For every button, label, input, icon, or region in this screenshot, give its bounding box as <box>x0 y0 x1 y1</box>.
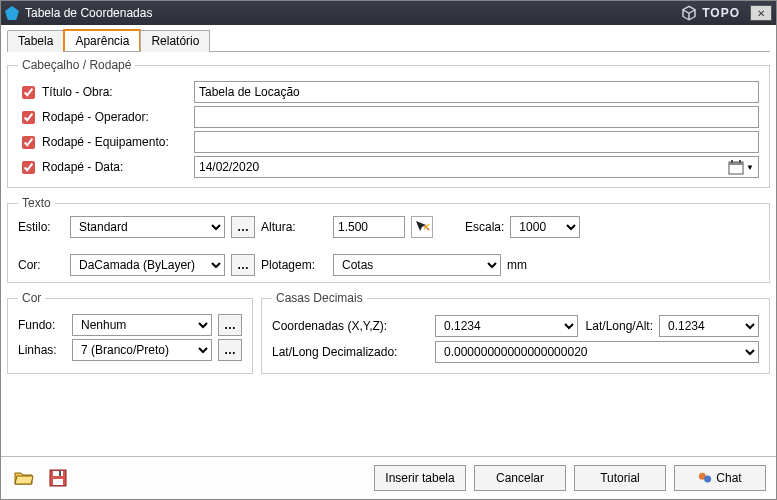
lbl-plot: Plotagem: <box>261 258 327 272</box>
chat-icon <box>698 471 712 485</box>
svg-rect-5 <box>53 471 63 476</box>
text-color-more-button[interactable]: … <box>231 254 255 276</box>
lbl-plot-unit: mm <box>507 258 527 272</box>
legend-texto: Texto <box>18 196 55 210</box>
cancel-button[interactable]: Cancelar <box>474 465 566 491</box>
select-scale[interactable]: 1000 <box>510 216 580 238</box>
select-bg-color[interactable]: Nenhum <box>72 314 212 336</box>
select-lines-color[interactable]: 7 (Branco/Preto) <box>72 339 212 361</box>
input-date[interactable] <box>199 158 728 176</box>
lbl-decimalized: Lat/Long Decimalizado: <box>272 345 427 359</box>
select-coord-dec[interactable]: 0.1234 <box>435 315 578 337</box>
tab-bar: Tabela Aparência Relatório <box>7 29 770 52</box>
style-more-button[interactable]: … <box>231 216 255 238</box>
lbl-height: Altura: <box>261 220 327 234</box>
input-equipment[interactable] <box>194 131 759 153</box>
app-icon <box>5 6 19 20</box>
lbl-date: Rodapé - Data: <box>42 160 123 174</box>
cursor-pick-icon <box>414 219 430 235</box>
legend-header-footer: Cabeçalho / Rodapé <box>18 58 135 72</box>
legend-decimals: Casas Decimais <box>272 291 367 305</box>
group-header-footer: Cabeçalho / Rodapé Título - Obra: Rodapé… <box>7 58 770 188</box>
svg-rect-6 <box>53 479 63 485</box>
group-decimals: Casas Decimais Coordenadas (X,Y,Z): 0.12… <box>261 291 770 374</box>
dropdown-icon[interactable]: ▼ <box>744 163 756 172</box>
lbl-text-color: Cor: <box>18 258 64 272</box>
close-button[interactable]: ✕ <box>750 5 772 21</box>
svg-rect-3 <box>739 160 741 163</box>
chk-date[interactable] <box>22 161 35 174</box>
titlebar: Tabela de Coordenadas TOPO ✕ <box>1 1 776 25</box>
floppy-save-icon <box>49 469 67 487</box>
pick-height-button[interactable] <box>411 216 433 238</box>
insert-table-button[interactable]: Inserir tabela <box>374 465 466 491</box>
tutorial-button[interactable]: Tutorial <box>574 465 666 491</box>
open-button[interactable] <box>11 465 37 491</box>
chk-equipment[interactable] <box>22 136 35 149</box>
input-height[interactable] <box>333 216 405 238</box>
lbl-operator: Rodapé - Operador: <box>42 110 149 124</box>
chk-operator[interactable] <box>22 111 35 124</box>
select-latlong-dec[interactable]: 0.1234 <box>659 315 759 337</box>
group-texto: Texto Estilo: Standard … Altura: Escala:… <box>7 196 770 283</box>
lbl-latlong: Lat/Long/Alt: <box>586 319 653 333</box>
bg-color-more-button[interactable]: … <box>218 314 242 336</box>
chk-title[interactable] <box>22 86 35 99</box>
select-plot[interactable]: Cotas <box>333 254 501 276</box>
select-style[interactable]: Standard <box>70 216 225 238</box>
folder-open-icon <box>14 469 34 487</box>
lines-color-more-button[interactable]: … <box>218 339 242 361</box>
input-date-wrapper[interactable]: ▼ <box>194 156 759 178</box>
window-title: Tabela de Coordenadas <box>25 6 152 20</box>
tab-relatorio[interactable]: Relatório <box>140 30 210 52</box>
app-window: Tabela de Coordenadas TOPO ✕ Tabela Apar… <box>0 0 777 500</box>
svg-point-9 <box>704 475 711 482</box>
lbl-equipment: Rodapé - Equipamento: <box>42 135 169 149</box>
brand-logo: TOPO <box>680 4 740 22</box>
lbl-scale: Escala: <box>465 220 504 234</box>
footer: Inserir tabela Cancelar Tutorial Chat <box>1 456 776 499</box>
tab-tabela[interactable]: Tabela <box>7 30 64 52</box>
save-button[interactable] <box>45 465 71 491</box>
lbl-lines: Linhas: <box>18 343 66 357</box>
chat-button[interactable]: Chat <box>674 465 766 491</box>
select-decimalized[interactable]: 0.00000000000000000020 <box>435 341 759 363</box>
calendar-icon[interactable] <box>728 159 744 175</box>
cube-icon <box>680 4 698 22</box>
lbl-coord: Coordenadas (X,Y,Z): <box>272 319 427 333</box>
select-text-color[interactable]: DaCamada (ByLayer) <box>70 254 225 276</box>
lbl-title: Título - Obra: <box>42 85 113 99</box>
svg-rect-2 <box>731 160 733 163</box>
lbl-bg: Fundo: <box>18 318 66 332</box>
group-cor: Cor Fundo: Nenhum … Linhas: 7 (Branco/Pr… <box>7 291 253 374</box>
svg-rect-7 <box>59 471 61 476</box>
input-title[interactable] <box>194 81 759 103</box>
input-operator[interactable] <box>194 106 759 128</box>
lbl-style: Estilo: <box>18 220 64 234</box>
legend-cor: Cor <box>18 291 45 305</box>
tab-aparencia[interactable]: Aparência <box>63 29 141 51</box>
